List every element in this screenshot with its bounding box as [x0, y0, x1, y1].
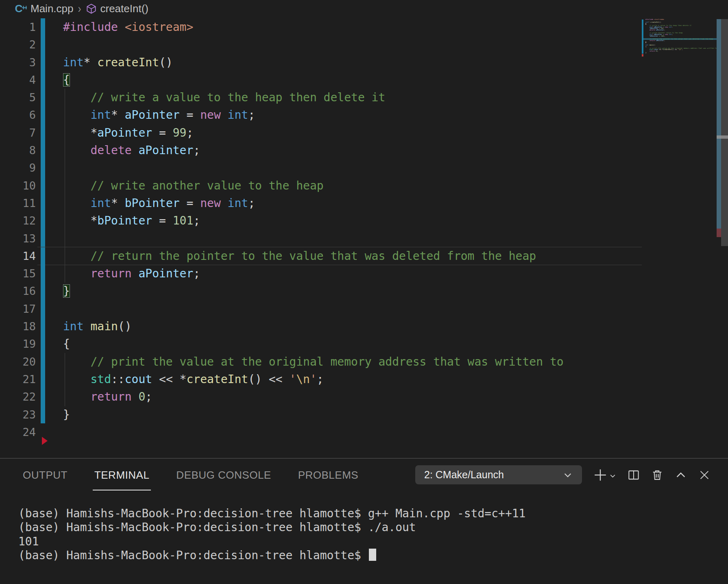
- git-gutter-decoration: [41, 247, 45, 265]
- terminal-line: 101: [18, 535, 720, 549]
- panel-tab-terminal[interactable]: TERMINAL: [93, 459, 151, 491]
- code-line[interactable]: 13: [0, 230, 728, 247]
- code-text: {: [63, 335, 70, 353]
- terminal-output[interactable]: (base) Hamishs-MacBook-Pro:decision-tree…: [18, 507, 720, 562]
- code-token: << *: [152, 373, 186, 386]
- breadcrumb: C + + Main.cpp › createInt(): [0, 0, 728, 17]
- kill-terminal-button[interactable]: [651, 469, 663, 481]
- code-text: int* aPointer = new int;: [63, 106, 255, 124]
- breadcrumb-symbol-label: createInt(): [100, 2, 149, 15]
- code-token: <iostream>: [654, 19, 664, 20]
- svg-text:+: +: [24, 4, 27, 11]
- launch-configuration-dropdown[interactable]: 2: CMake/Launch: [415, 465, 582, 484]
- breadcrumb-separator-icon: ›: [77, 2, 82, 16]
- breadcrumb-file[interactable]: C + + Main.cpp: [15, 2, 74, 15]
- code-line[interactable]: 5 // write a value to the heap then dele…: [0, 89, 728, 106]
- code-token: *: [645, 35, 650, 37]
- code-line[interactable]: 16}: [0, 282, 728, 300]
- code-line[interactable]: 3int* createInt(): [0, 54, 728, 71]
- code-token: 99: [173, 126, 187, 139]
- panel-tab-output[interactable]: OUTPUT: [21, 459, 69, 491]
- close-panel-button[interactable]: [698, 469, 711, 481]
- breadcrumb-file-label: Main.cpp: [31, 2, 74, 15]
- code-line[interactable]: 23}: [0, 406, 728, 423]
- scrollbar-separator: [717, 135, 728, 139]
- code-token: ;: [672, 34, 673, 35]
- code-line[interactable]: 4{: [0, 71, 728, 89]
- panel-tab-debug-console[interactable]: DEBUG CONSOLE: [174, 459, 272, 491]
- line-number[interactable]: 17: [0, 300, 36, 318]
- code-line[interactable]: 21 std::cout << *createInt() << '\n';: [0, 370, 728, 388]
- new-terminal-button[interactable]: [593, 468, 607, 482]
- line-number[interactable]: 15: [0, 265, 36, 282]
- code-token: 101: [173, 214, 194, 227]
- line-number[interactable]: 6: [0, 106, 36, 124]
- breadcrumb-symbol[interactable]: createInt(): [86, 2, 149, 15]
- line-number[interactable]: 5: [0, 89, 36, 106]
- line-number[interactable]: 14: [0, 247, 36, 265]
- code-token: ::: [111, 373, 125, 386]
- code-line[interactable]: 6 int* aPointer = new int;: [0, 106, 728, 124]
- code-line[interactable]: 11 int* bPointer = new int;: [0, 194, 728, 212]
- code-token: ;: [664, 40, 665, 41]
- code-line[interactable]: 18int main(): [0, 318, 728, 335]
- code-line[interactable]: 12 *bPointer = 101;: [0, 212, 728, 229]
- line-number[interactable]: 2: [0, 36, 36, 53]
- code-token: ;: [193, 144, 200, 157]
- code-token: 0: [138, 390, 145, 403]
- code-token: *: [84, 56, 98, 69]
- code-token: delete: [90, 144, 131, 157]
- code-token: // write a value to the heap then delete…: [90, 91, 385, 104]
- line-number[interactable]: 21: [0, 370, 36, 388]
- line-number[interactable]: 1: [0, 18, 36, 36]
- code-token: <iostream>: [125, 20, 194, 34]
- line-number[interactable]: 18: [0, 318, 36, 335]
- line-number[interactable]: 4: [0, 71, 36, 89]
- dropdown-chevron-icon: [562, 470, 573, 480]
- scrollbar-slider[interactable]: [717, 19, 721, 229]
- overview-ruler-slider[interactable]: [721, 19, 728, 246]
- code-text: }: [63, 282, 70, 300]
- code-line[interactable]: 24: [0, 423, 728, 441]
- line-number[interactable]: 22: [0, 388, 36, 405]
- code-line[interactable]: 9: [0, 159, 728, 177]
- line-number[interactable]: 11: [0, 194, 36, 212]
- code-text: std::cout << *createInt() << '\n';: [63, 370, 324, 388]
- panel-tab-problems[interactable]: PROBLEMS: [296, 459, 360, 491]
- line-number[interactable]: 10: [0, 177, 36, 194]
- code-line[interactable]: 22 return 0;: [0, 388, 728, 405]
- line-number[interactable]: 20: [0, 353, 36, 370]
- git-gutter-decoration: [41, 282, 45, 300]
- code-token: =: [152, 214, 173, 227]
- split-terminal-button[interactable]: [628, 469, 640, 481]
- code-line[interactable]: 15 return aPointer;: [0, 265, 728, 282]
- minimap[interactable]: #include <iostream>int* createInt(){ // …: [642, 19, 717, 61]
- code-line[interactable]: 2: [0, 36, 728, 53]
- code-token: ;: [193, 267, 200, 280]
- line-number[interactable]: 19: [0, 335, 36, 353]
- maximize-panel-button[interactable]: [675, 469, 687, 481]
- terminal-profile-button[interactable]: [609, 473, 616, 482]
- code-line[interactable]: 10 // write another value to the heap: [0, 177, 728, 194]
- line-number[interactable]: 12: [0, 212, 36, 229]
- code-token: aPointer: [138, 267, 193, 280]
- line-number[interactable]: 9: [0, 159, 36, 177]
- code-token: ;: [193, 214, 200, 227]
- line-number[interactable]: 16: [0, 282, 36, 300]
- code-line[interactable]: 7 *aPointer = 99;: [0, 124, 728, 142]
- line-number[interactable]: 24: [0, 423, 36, 441]
- code-line[interactable]: 20 // print the value at the original me…: [0, 353, 728, 370]
- code-token: int: [63, 56, 84, 69]
- line-number[interactable]: 13: [0, 230, 36, 247]
- line-number[interactable]: 7: [0, 124, 36, 142]
- code-editor[interactable]: 1#include <iostream>23int* createInt()4{…: [0, 17, 728, 458]
- line-number[interactable]: 3: [0, 54, 36, 71]
- code-line[interactable]: 1#include <iostream>: [0, 18, 728, 36]
- code-line[interactable]: 19{: [0, 335, 728, 353]
- code-line[interactable]: 14 // return the pointer to the value th…: [0, 247, 728, 265]
- code-line[interactable]: 17: [0, 300, 728, 318]
- line-number[interactable]: 23: [0, 406, 36, 423]
- code-line[interactable]: 8 delete aPointer;: [0, 142, 728, 159]
- line-number[interactable]: 8: [0, 142, 36, 159]
- code-token: \n: [296, 373, 310, 386]
